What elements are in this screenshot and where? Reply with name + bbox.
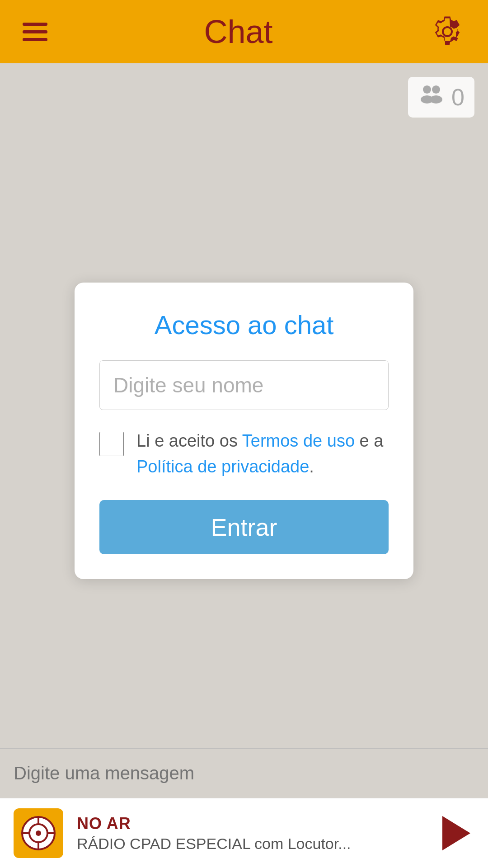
terms-text: Li e aceito os Termos de uso e a Polític… <box>136 428 389 480</box>
page-title: Chat <box>204 13 272 50</box>
hamburger-line <box>23 38 47 41</box>
name-input[interactable] <box>99 360 389 410</box>
bottom-bar: NO AR RÁDIO CPAD ESPECIAL com Locutor... <box>0 798 488 868</box>
svg-point-6 <box>36 830 41 836</box>
play-icon <box>442 816 470 850</box>
settings-button[interactable] <box>429 14 465 50</box>
on-air-label: NO AR <box>77 814 425 833</box>
privacy-policy-link[interactable]: Política de privacidade <box>136 457 309 476</box>
menu-button[interactable] <box>23 23 47 41</box>
enter-button[interactable]: Entrar <box>99 500 389 554</box>
station-info: NO AR RÁDIO CPAD ESPECIAL com Locutor... <box>77 814 425 853</box>
station-name: RÁDIO CPAD ESPECIAL com Locutor... <box>77 835 425 853</box>
access-modal: Acesso ao chat Li e aceito os Termos de … <box>75 283 413 579</box>
chat-area: 0 Acesso ao chat Li e aceito os Termos d… <box>0 63 488 798</box>
modal-title: Acesso ao chat <box>99 310 389 340</box>
app-header: Chat <box>0 0 488 63</box>
message-input-bar <box>0 748 488 798</box>
station-logo <box>14 808 63 858</box>
terms-row: Li e aceito os Termos de uso e a Polític… <box>99 428 389 480</box>
play-button[interactable] <box>438 815 474 851</box>
terms-of-use-link[interactable]: Termos de uso <box>242 431 355 450</box>
terms-checkbox[interactable] <box>99 432 124 456</box>
hamburger-line <box>23 23 47 26</box>
message-input[interactable] <box>14 763 474 783</box>
hamburger-line <box>23 30 47 33</box>
modal-overlay: Acesso ao chat Li e aceito os Termos de … <box>0 63 488 798</box>
